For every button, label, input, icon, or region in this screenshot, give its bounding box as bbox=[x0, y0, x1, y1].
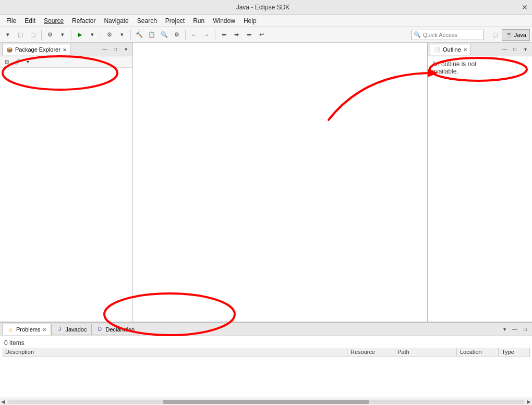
bottom-panel-minimize-btn[interactable]: — bbox=[510, 325, 519, 334]
bottom-tab-actions: ▾ — □ bbox=[500, 325, 530, 334]
horizontal-scrollbar[interactable]: ◀ ▶ bbox=[0, 398, 532, 405]
left-panel-maximize-btn[interactable]: □ bbox=[111, 45, 120, 54]
menu-search[interactable]: Search bbox=[133, 16, 161, 26]
bottom-panel-chevron-btn[interactable]: ▾ bbox=[500, 325, 509, 334]
problems-icon: ⚠ bbox=[7, 326, 14, 333]
work-area: 📦 Package Explorer ✕ — □ ▾ ⊟ 🔗 ▾ bbox=[0, 43, 532, 322]
toolbar-btn-build2[interactable]: 📋 bbox=[146, 29, 158, 41]
javadoc-icon: J bbox=[56, 326, 63, 333]
right-panel-chevron-btn[interactable]: ▾ bbox=[521, 45, 530, 54]
left-panel-tab-bar: 📦 Package Explorer ✕ — □ ▾ bbox=[0, 43, 132, 56]
problems-tab-label: Problems bbox=[16, 326, 40, 333]
collapse-all-btn[interactable]: ⊟ bbox=[2, 57, 11, 67]
toolbar-btn-nav3[interactable]: ⬅ bbox=[218, 29, 229, 41]
toolbar-sep-4 bbox=[130, 30, 131, 40]
close-icon[interactable]: ✕ bbox=[522, 3, 528, 11]
javadoc-tab[interactable]: J Javadoc bbox=[51, 324, 91, 335]
toolbar-btn-2[interactable]: ⬚ bbox=[15, 29, 26, 41]
declaration-tab[interactable]: D Declaration bbox=[91, 324, 139, 335]
right-panel-minimize-btn[interactable]: — bbox=[500, 45, 509, 54]
quick-access-label: Quick Access bbox=[423, 32, 457, 38]
col-path: Path bbox=[394, 348, 457, 356]
package-explorer-tab[interactable]: 📦 Package Explorer ✕ bbox=[2, 44, 70, 55]
scrollbar-thumb[interactable] bbox=[163, 400, 370, 404]
search-icon: 🔍 bbox=[414, 31, 421, 38]
menu-window[interactable]: Window bbox=[209, 16, 239, 26]
view-menu-btn[interactable]: ▾ bbox=[23, 57, 32, 67]
toolbar-btn-nav2[interactable]: → bbox=[201, 29, 212, 41]
problems-close-icon[interactable]: ✕ bbox=[42, 327, 46, 333]
toolbar-run[interactable]: ▶ bbox=[74, 29, 86, 41]
outline-close-icon[interactable]: ✕ bbox=[463, 47, 467, 53]
problems-tab[interactable]: ⚠ Problems ✕ bbox=[2, 324, 51, 335]
package-explorer-content bbox=[0, 68, 132, 322]
left-panel: 📦 Package Explorer ✕ — □ ▾ ⊟ 🔗 ▾ bbox=[0, 43, 133, 322]
toolbar-sep-2 bbox=[71, 30, 71, 40]
javadoc-tab-label: Javadoc bbox=[65, 326, 87, 333]
toolbar-btn-nav5[interactable]: ⬅ bbox=[243, 29, 255, 41]
bottom-panel-maximize-btn[interactable]: □ bbox=[521, 325, 530, 334]
left-panel-tab-actions: — □ ▾ bbox=[100, 45, 130, 54]
menu-help[interactable]: Help bbox=[239, 16, 261, 26]
menu-project[interactable]: Project bbox=[161, 16, 189, 26]
menu-bar: File Edit Source Refactor Navigate Searc… bbox=[0, 15, 532, 27]
col-type: Type bbox=[499, 348, 530, 356]
declaration-icon: D bbox=[96, 326, 103, 333]
bottom-tab-bar: ⚠ Problems ✕ J Javadoc D Declaration ▾ —… bbox=[0, 323, 532, 336]
java-perspective-btn[interactable]: ☕ Java bbox=[502, 29, 530, 41]
toolbar-btn-search[interactable]: 🔍 bbox=[159, 29, 170, 41]
col-location: Location bbox=[457, 348, 499, 356]
left-panel-minimize-btn[interactable]: — bbox=[100, 45, 110, 54]
package-explorer-close-icon[interactable]: ✕ bbox=[63, 47, 67, 53]
outline-empty-message: An outline is notavailable. bbox=[432, 60, 476, 75]
outline-content: An outline is notavailable. bbox=[428, 56, 532, 322]
quick-access-bar[interactable]: 🔍 Quick Access bbox=[411, 30, 484, 40]
toolbar-sep-6 bbox=[215, 30, 215, 40]
toolbar-btn-nav6[interactable]: ↩ bbox=[256, 29, 267, 41]
menu-source[interactable]: Source bbox=[40, 16, 68, 26]
menu-file[interactable]: File bbox=[2, 16, 20, 26]
toolbar-btn-3[interactable]: ⬚ bbox=[27, 29, 39, 41]
toolbar-btn-nav1[interactable]: ← bbox=[188, 29, 200, 41]
left-panel-toolbar: ⊟ 🔗 ▾ bbox=[0, 56, 132, 68]
toolbar-btn-4[interactable]: ⚙ bbox=[44, 29, 56, 41]
package-explorer-tab-label: Package Explorer bbox=[15, 46, 61, 53]
toolbar-run-dropdown[interactable]: ▾ bbox=[87, 29, 98, 41]
toolbar-btn-build[interactable]: 🔨 bbox=[134, 29, 145, 41]
main-area: 📦 Package Explorer ✕ — □ ▾ ⊟ 🔗 ▾ bbox=[0, 43, 532, 405]
problems-table-header: Description Resource Path Location Type bbox=[2, 348, 530, 357]
toolbar-btn-nav4[interactable]: ➡ bbox=[231, 29, 242, 41]
menu-edit[interactable]: Edit bbox=[20, 16, 40, 26]
scroll-left-icon[interactable]: ◀ bbox=[1, 399, 5, 404]
menu-refactor[interactable]: Refactor bbox=[68, 16, 100, 26]
toolbar-btn-debug2[interactable]: ▾ bbox=[116, 29, 128, 41]
scrollbar-track[interactable] bbox=[7, 400, 525, 404]
scroll-right-icon[interactable]: ▶ bbox=[527, 399, 531, 404]
toolbar-btn-perspectives[interactable]: ⬚ bbox=[489, 29, 501, 41]
declaration-tab-label: Declaration bbox=[105, 326, 135, 333]
center-panel bbox=[133, 43, 428, 322]
toolbar: ▾ ⬚ ⬚ ⚙ ▾ ▶ ▾ ⚙ ▾ 🔨 📋 🔍 ⚙ ← → ⬅ ➡ ⬅ ↩ 🔍 … bbox=[0, 27, 532, 43]
outline-tab[interactable]: 📄 Outline ✕ bbox=[430, 44, 471, 55]
link-with-editor-btn[interactable]: 🔗 bbox=[13, 57, 22, 67]
java-icon: ☕ bbox=[505, 31, 513, 38]
bottom-panel: ⚠ Problems ✕ J Javadoc D Declaration ▾ —… bbox=[0, 322, 532, 405]
bottom-panel-content: 0 items Description Resource Path Locati… bbox=[0, 336, 532, 398]
toolbar-btn-1[interactable]: ▾ bbox=[2, 29, 14, 41]
toolbar-btn-debug[interactable]: ⚙ bbox=[104, 29, 115, 41]
problems-count: 0 items bbox=[2, 338, 530, 348]
right-panel-maximize-btn[interactable]: □ bbox=[510, 45, 519, 54]
package-explorer-icon: 📦 bbox=[6, 46, 13, 53]
left-panel-chevron-btn[interactable]: ▾ bbox=[121, 45, 130, 54]
right-panel: 📄 Outline ✕ — □ ▾ An outline is notavail… bbox=[428, 43, 532, 322]
col-description: Description bbox=[2, 348, 347, 356]
title-bar: Java - Eclipse SDK ✕ bbox=[0, 0, 532, 15]
outline-tab-label: Outline bbox=[443, 46, 461, 53]
menu-navigate[interactable]: Navigate bbox=[100, 16, 132, 26]
toolbar-btn-5[interactable]: ▾ bbox=[57, 29, 68, 41]
menu-run[interactable]: Run bbox=[189, 16, 209, 26]
toolbar-sep-5 bbox=[185, 30, 186, 40]
toolbar-sep-3 bbox=[101, 30, 101, 40]
toolbar-btn-misc[interactable]: ⚙ bbox=[171, 29, 183, 41]
right-panel-tab-bar: 📄 Outline ✕ — □ ▾ bbox=[428, 43, 532, 56]
